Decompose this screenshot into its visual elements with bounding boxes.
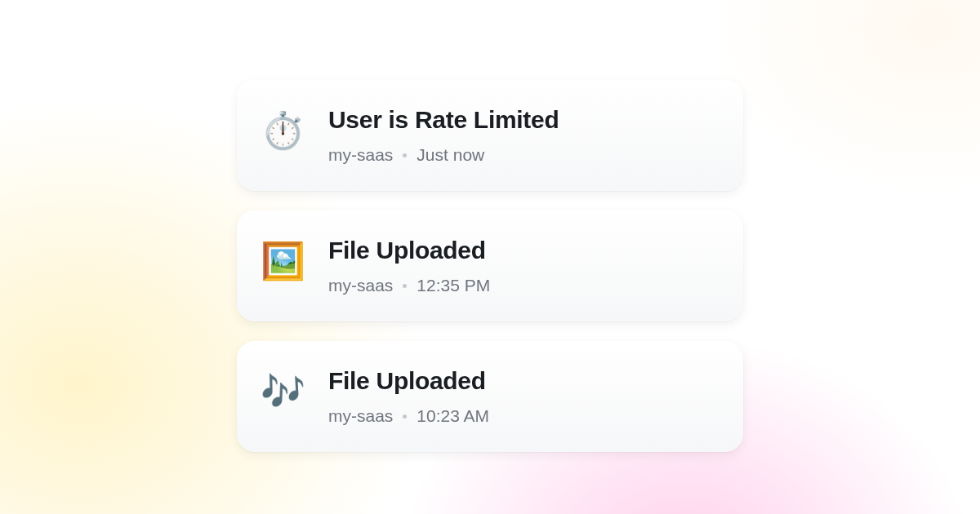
- notification-list: ⏱️ User is Rate Limited my-saas Just now…: [237, 80, 743, 452]
- notification-project: my-saas: [328, 145, 393, 165]
- stopwatch-icon: ⏱️: [261, 109, 304, 152]
- notification-card[interactable]: 🖼️ File Uploaded my-saas 12:35 PM: [237, 210, 743, 321]
- notification-title: File Uploaded: [328, 367, 489, 395]
- notification-project: my-saas: [328, 276, 393, 295]
- notification-card[interactable]: 🎶 File Uploaded my-saas 10:23 AM: [237, 341, 743, 452]
- meta-separator-dot: [403, 153, 407, 157]
- notification-title: User is Rate Limited: [328, 106, 559, 134]
- notification-content: File Uploaded my-saas 12:35 PM: [328, 237, 490, 295]
- image-icon: 🖼️: [261, 240, 304, 282]
- notification-card[interactable]: ⏱️ User is Rate Limited my-saas Just now: [237, 80, 743, 191]
- notification-project: my-saas: [328, 406, 393, 426]
- notification-meta: my-saas Just now: [328, 145, 559, 165]
- notification-content: File Uploaded my-saas 10:23 AM: [328, 367, 489, 426]
- notification-time: 12:35 PM: [416, 276, 490, 295]
- music-notes-icon: 🎶: [261, 370, 304, 413]
- meta-separator-dot: [403, 414, 407, 419]
- notification-content: User is Rate Limited my-saas Just now: [328, 106, 559, 165]
- meta-separator-dot: [403, 284, 407, 288]
- notification-time: Just now: [416, 145, 484, 165]
- notification-time: 10:23 AM: [416, 406, 489, 426]
- notification-title: File Uploaded: [328, 237, 490, 264]
- notification-meta: my-saas 12:35 PM: [328, 276, 490, 295]
- notification-meta: my-saas 10:23 AM: [328, 406, 489, 426]
